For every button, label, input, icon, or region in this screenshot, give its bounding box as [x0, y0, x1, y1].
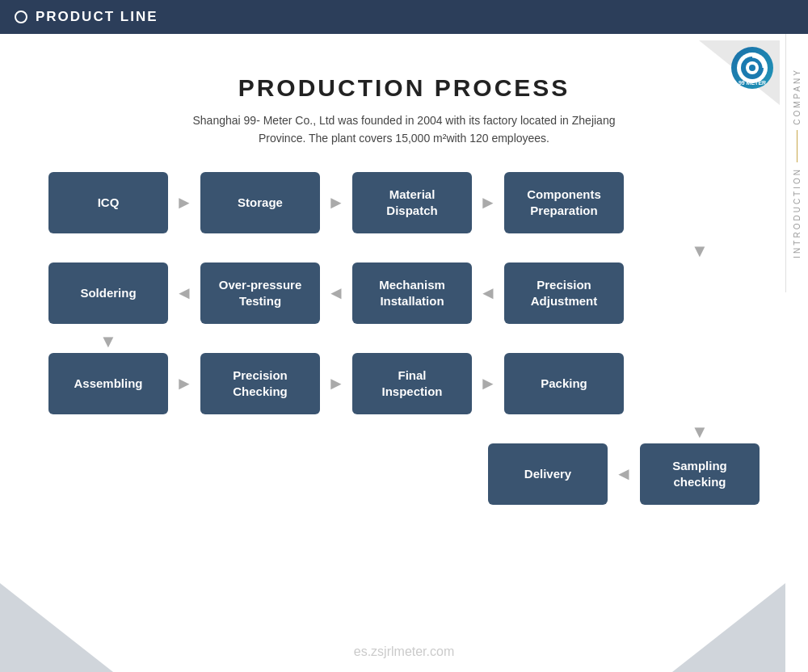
flow-box-final-inspection: FinalInspection — [352, 353, 472, 414]
header-bar: PRODUCT LINE — [0, 0, 808, 34]
flow-box-components-preparation: ComponentsPreparation — [504, 172, 624, 233]
deco-triangle-bottom-right — [672, 583, 785, 672]
subtitle-line1: Shanghai 99- Meter Co., Ltd was founded … — [193, 114, 616, 127]
arrow-3-2: ► — [320, 376, 352, 392]
page-title: PRODUCTION PROCESS — [32, 74, 776, 102]
flow-box-material-dispatch: MaterialDispatch — [352, 172, 472, 233]
arrow-3-3: ► — [472, 376, 504, 392]
header-title: PRODUCT LINE — [36, 9, 158, 25]
flow-box-precision-checking: PrecisionChecking — [200, 353, 320, 414]
flow-diagram: ICQ ► Storage ► MaterialDispatch ► Compo… — [32, 172, 776, 505]
watermark: es.zsjrlmeter.com — [354, 645, 454, 659]
arrow-3-1: ► — [168, 376, 200, 392]
flow-box-packing: Packing — [504, 353, 624, 414]
flow-row-1: ICQ ► Storage ► MaterialDispatch ► Compo… — [48, 172, 760, 233]
flow-row-2: Soldering ◄ Over-pressureTesting ◄ Mecha… — [48, 262, 760, 324]
flow-box-delivery: Delivery — [488, 443, 608, 505]
v-arrow-row-1: ▼ — [48, 240, 760, 262]
flow-box-precision-adj: PrecisionAdjustment — [504, 262, 624, 324]
arrow-2-3: ◄ — [472, 285, 504, 301]
deco-triangle-bottom-left — [0, 583, 113, 672]
v-arrow-2: ▼ — [99, 331, 117, 352]
arrow-1-2: ► — [320, 195, 352, 211]
v-arrow-1: ▼ — [691, 241, 709, 262]
flow-box-assembling: Assembling — [48, 353, 168, 414]
header-circle-icon — [15, 10, 27, 23]
v-arrow-row-2: ▼ — [48, 330, 760, 353]
subtitle-line2: Province. The plant covers 15,000 m²with… — [259, 132, 549, 145]
arrow-2-1: ◄ — [168, 285, 200, 301]
main-content: PRODUCTION PROCESS Shanghai 99- Meter Co… — [0, 34, 808, 519]
flow-box-icq: ICQ — [48, 172, 168, 233]
flow-box-soldering: Soldering — [48, 262, 168, 324]
arrow-2-2: ◄ — [320, 285, 352, 301]
arrow-4-1: ◄ — [608, 466, 640, 482]
arrow-1-3: ► — [472, 195, 504, 211]
flow-box-overpressure: Over-pressureTesting — [200, 262, 320, 324]
arrow-1-1: ► — [168, 195, 200, 211]
flow-box-sampling: Samplingchecking — [640, 443, 760, 505]
v-arrow-row-3: ▼ — [48, 421, 760, 443]
flow-row-4: Delivery ◄ Samplingchecking — [48, 443, 760, 505]
flow-row-3: Assembling ► PrecisionChecking ► FinalIn… — [48, 353, 760, 414]
subtitle: Shanghai 99- Meter Co., Ltd was founded … — [32, 111, 776, 148]
v-arrow-3: ▼ — [691, 422, 709, 443]
flow-box-mechanism: MechanismInstallation — [352, 262, 472, 324]
flow-box-storage: Storage — [200, 172, 320, 233]
